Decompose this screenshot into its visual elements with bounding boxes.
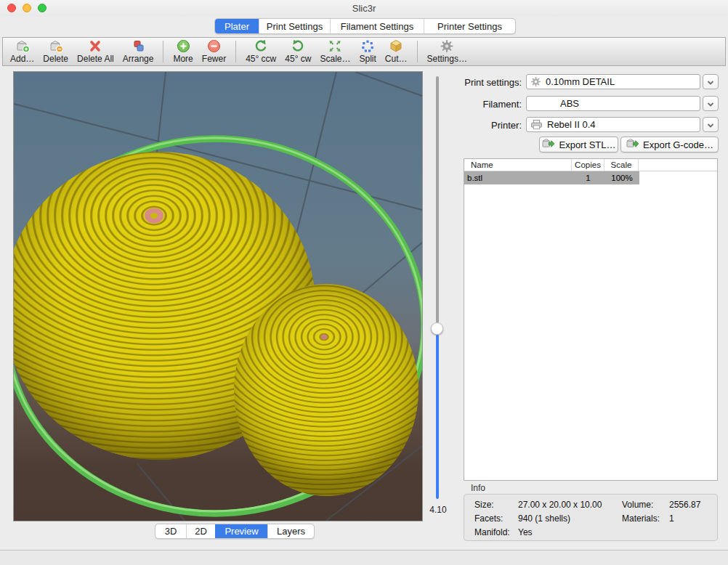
layer-slider-thumb[interactable] <box>431 322 443 335</box>
small-sliced-dome <box>234 284 418 496</box>
volume-value: 2556.87 <box>669 500 700 510</box>
cut-cube-icon <box>389 39 403 53</box>
tab-3d[interactable]: 3D <box>155 524 186 538</box>
column-header-copies[interactable]: Copies <box>572 159 604 171</box>
print-settings-select[interactable]: 0.10mm DETAIL <box>526 74 700 89</box>
materials-label: Materials: <box>622 513 660 524</box>
toolbar-separator <box>417 41 418 62</box>
column-header-name[interactable]: Name <box>464 159 572 171</box>
more-button[interactable]: More <box>169 38 197 65</box>
split-dots-icon <box>360 39 375 53</box>
printer-icon <box>530 119 543 130</box>
chevron-down-icon <box>707 76 714 89</box>
size-label: Size: <box>474 500 494 510</box>
rotate-45-ccw-button[interactable]: 45° ccw <box>241 38 280 65</box>
scale-arrows-icon <box>328 39 342 53</box>
window-title: Slic3r <box>0 3 728 14</box>
delete-all-icon <box>88 39 102 53</box>
layer-slider-track[interactable] <box>436 76 439 323</box>
tab-plater[interactable]: Plater <box>215 19 259 33</box>
table-row[interactable]: b.stl 1 100% <box>464 171 717 184</box>
export-stl-button[interactable]: Export STL… <box>539 137 618 153</box>
rotate-45-cw-button[interactable]: 45° cw <box>280 38 315 65</box>
layer-slider-fill[interactable] <box>436 335 439 499</box>
minus-circle-icon <box>207 39 221 53</box>
tab-layers[interactable]: Layers <box>267 524 314 538</box>
export-gcode-button[interactable]: Export G-code… <box>620 137 719 153</box>
print-settings-value: 0.10mm DETAIL <box>546 76 615 87</box>
gear-icon <box>440 39 454 53</box>
gear-icon <box>530 76 541 87</box>
view-tab-bar: 3D 2D Preview Layers <box>155 524 315 539</box>
cell-scale: 100% <box>604 174 639 182</box>
plus-circle-icon <box>177 39 190 53</box>
scale-button[interactable]: Scale… <box>315 38 355 65</box>
export-icon <box>626 138 639 151</box>
print-settings-dropdown-button[interactable] <box>703 74 719 89</box>
title-bar: Slic3r <box>0 0 728 17</box>
printer-value: Rebel II 0.4 <box>547 119 596 130</box>
facets-label: Facets: <box>474 513 503 524</box>
tab-2d[interactable]: 2D <box>186 524 215 538</box>
add-button[interactable]: Add… <box>6 38 39 65</box>
facets-value: 940 (1 shells) <box>518 513 570 524</box>
cell-copies: 1 <box>572 174 604 182</box>
delete-all-button[interactable]: Delete All <box>73 38 118 65</box>
toolbar-separator <box>235 41 236 62</box>
printer-label: Printer: <box>456 120 522 131</box>
size-value: 27.00 x 20.00 x 10.00 <box>518 500 602 510</box>
manifold-label: Manifold: <box>474 527 510 537</box>
settings-button[interactable]: Settings… <box>423 38 472 65</box>
cell-name: b.stl <box>464 174 572 182</box>
filament-dropdown-button[interactable] <box>703 96 719 111</box>
materials-value: 1 <box>669 513 674 524</box>
info-section-title: Info <box>471 483 485 493</box>
fewer-button[interactable]: Fewer <box>198 38 230 65</box>
column-header-empty <box>639 159 717 171</box>
info-panel: Size: 27.00 x 20.00 x 10.00 Volume: 2556… <box>464 494 718 541</box>
cut-button[interactable]: Cut… <box>381 38 412 65</box>
rotate-cw-icon <box>291 39 305 53</box>
filament-value: ABS <box>560 98 579 109</box>
rotate-ccw-icon <box>254 39 268 53</box>
object-list-header: Name Copies Scale <box>464 159 717 171</box>
toolbar: Add… Delete Delete All Arrange More Fewe… <box>2 37 726 66</box>
box-add-icon <box>15 39 31 53</box>
split-button[interactable]: Split <box>355 38 380 65</box>
printer-dropdown-button[interactable] <box>703 117 719 132</box>
main-tab-bar: Plater Print Settings Filament Settings … <box>214 18 516 34</box>
manifold-value: Yes <box>518 527 533 537</box>
column-header-scale[interactable]: Scale <box>604 159 639 171</box>
print-settings-label: Print settings: <box>456 77 522 88</box>
sliced-scene <box>14 72 422 521</box>
chevron-down-icon <box>707 97 714 110</box>
object-list: Name Copies Scale b.stl 1 100% <box>464 158 718 481</box>
tab-filament-settings[interactable]: Filament Settings <box>330 19 424 33</box>
arrange-button[interactable]: Arrange <box>118 38 158 65</box>
layer-slider-value: 4.10 <box>424 505 453 515</box>
delete-button[interactable]: Delete <box>39 38 73 65</box>
tab-print-settings[interactable]: Print Settings <box>259 19 330 33</box>
tab-printer-settings[interactable]: Printer Settings <box>424 19 515 33</box>
arrange-cubes-icon <box>131 39 145 53</box>
filament-label: Filament: <box>456 99 522 110</box>
volume-label: Volume: <box>622 500 653 510</box>
printer-select[interactable]: Rebel II 0.4 <box>526 117 700 132</box>
export-icon <box>541 138 555 151</box>
chevron-down-icon <box>707 118 714 131</box>
toolbar-separator <box>163 41 163 62</box>
status-bar <box>0 550 728 565</box>
box-remove-icon <box>48 39 64 53</box>
seam-marker <box>321 335 328 340</box>
3d-preview-canvas[interactable] <box>13 71 423 521</box>
tab-preview[interactable]: Preview <box>215 524 267 538</box>
table-row-selection: b.stl 1 100% <box>464 171 639 184</box>
filament-select[interactable]: ABS <box>526 96 700 111</box>
